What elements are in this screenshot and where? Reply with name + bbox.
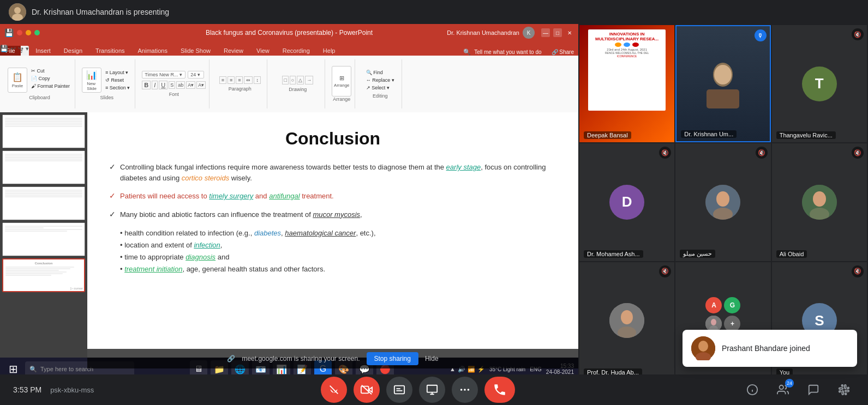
slide-thumb-9[interactable]: 9: [2, 114, 85, 148]
captions-btn[interactable]: [386, 377, 412, 403]
avatar-thangavelu: T: [802, 67, 837, 101]
presenter-avatar: [9, 3, 26, 21]
slide-bullets: • health condition related to infection …: [120, 227, 556, 275]
ribbon-group-paragraph: ≡ ≡ ≡ ⇔ ↕ Paragraph: [213, 59, 267, 108]
replace-btn[interactable]: ↔ Replace ▾: [364, 77, 396, 83]
svg-point-10: [813, 191, 826, 207]
slide-thumb-11[interactable]: 11: [2, 186, 85, 220]
others-avatar-2: G: [724, 297, 740, 313]
slide-text-3: Many biotic and abiotic factors can infl…: [120, 209, 362, 220]
svg-line-18: [330, 386, 338, 394]
camera-btn[interactable]: [354, 377, 380, 403]
tab-design[interactable]: Design: [57, 46, 89, 56]
svg-point-26: [460, 389, 462, 391]
ppt-content: 9 10: [0, 112, 578, 368]
sharing-text: meet.google.com is sharing your screen.: [242, 355, 360, 362]
slide-thumb-12[interactable]: 12: [2, 222, 85, 256]
others-avatar-1: A: [705, 297, 722, 313]
ppt-ribbon: Home File Insert Design Transitions Anim…: [0, 41, 578, 112]
copy-btn[interactable]: 📄 Copy: [29, 75, 71, 82]
slide-thumb-10[interactable]: 10: [2, 150, 85, 184]
ribbon-group-clipboard: 📋 Paste ✂ Cut 📄 Copy 🖌 Format Painter Cl…: [4, 59, 75, 108]
svg-point-7: [716, 191, 729, 207]
slide-point-3: ✓ Many biotic and abiotic factors can in…: [109, 209, 556, 220]
new-slide-btn[interactable]: 📊 NewSlide: [82, 68, 101, 93]
find-btn[interactable]: 🔍 Find: [364, 69, 396, 76]
ribbon-group-drawing: □ ○ △ → Drawing: [271, 59, 325, 108]
participant-tile-hussain: 🔇 حسين مبيلو: [675, 143, 770, 261]
tile-name-krishnan: Dr. Krishnan Um...: [681, 130, 737, 138]
select-btn[interactable]: ↗ Select ▾: [364, 84, 396, 91]
ppt-titlebar: 💾 Black fungus and Coronavirus (presenta…: [0, 24, 578, 41]
tab-recording[interactable]: Recording: [276, 46, 316, 56]
close-btn[interactable]: ✕: [565, 28, 574, 37]
ribbon-group-font: Times New R... ▾ 24 ▾ B I U S ab A▾ A▾: [139, 59, 209, 108]
participant-tile-prof-huda: 🔇 Prof. Dr. Huda Ab...: [579, 262, 674, 379]
mute-icon-ali: 🔇: [852, 147, 864, 159]
tab-slideshow[interactable]: Slide Show: [174, 46, 217, 56]
format-painter-btn[interactable]: 🖌 Format Painter: [29, 83, 71, 89]
stop-sharing-btn[interactable]: Stop sharing: [367, 352, 418, 365]
ribbon-tabs: Home File Insert Design Transitions Anim…: [0, 41, 578, 56]
info-btn[interactable]: [741, 379, 763, 401]
paste-btn[interactable]: 📋 Paste: [8, 68, 27, 93]
presenter-text: Dr. Krishnan Umachandran is presenting: [32, 8, 169, 16]
tab-help[interactable]: Help: [316, 46, 342, 56]
tab-insert[interactable]: Insert: [29, 46, 57, 56]
bottom-center: [321, 377, 515, 403]
mute-icon-prof-huda: 🔇: [659, 265, 671, 277]
meeting-id: psk-xbku-mss: [50, 386, 94, 394]
tab-transitions[interactable]: Transitions: [89, 46, 131, 56]
svg-rect-25: [427, 385, 436, 392]
svg-point-16: [711, 319, 716, 325]
svg-point-5: [714, 65, 732, 84]
present-btn[interactable]: [419, 377, 445, 403]
tile-name-deepak: Deepak Bansal: [584, 131, 631, 139]
avatar-ali: [802, 185, 837, 220]
main-layout: 💾 Black fungus and Coronavirus (presenta…: [0, 24, 868, 380]
participant-tile-ali: 🔇 Ali Obaid: [772, 143, 867, 261]
activities-btn[interactable]: [833, 379, 855, 401]
sharing-icon: 🔗: [227, 355, 235, 362]
ppt-area: 💾 Black fungus and Coronavirus (presenta…: [0, 24, 578, 380]
svg-rect-20: [361, 386, 369, 394]
bottom-left: 3:53 PM psk-xbku-mss: [13, 385, 94, 394]
speaking-icon-krishnan: 🎙: [755, 29, 767, 41]
tab-review[interactable]: Review: [217, 46, 250, 56]
mute-icon-thangavelu: 🔇: [852, 28, 864, 40]
svg-point-32: [780, 385, 783, 389]
slide-panel[interactable]: 9 10: [0, 112, 87, 368]
slide-point-1: ✓ Controlling black fungal infections re…: [109, 162, 556, 183]
mute-btn[interactable]: [321, 377, 347, 403]
svg-point-14: [618, 327, 636, 338]
section-btn[interactable]: ≡ Section ▾: [104, 84, 131, 91]
checkmark-3: ✓: [109, 210, 116, 219]
tile-name-thangavelu: Thangavelu Ravic...: [776, 131, 836, 139]
tab-view[interactable]: View: [250, 46, 276, 56]
participants-panel: INNOVATIONS IN MULTIDISCIPLINARY RESEA..…: [578, 24, 868, 380]
top-bar: Dr. Krishnan Umachandran is presenting: [0, 0, 868, 24]
reset-btn[interactable]: ↺ Reset: [104, 77, 131, 83]
end-call-btn[interactable]: [484, 377, 515, 403]
participants-btn[interactable]: 24: [772, 379, 794, 401]
slide-thumb-13[interactable]: 13 Conclusion ▷ cursor: [2, 258, 85, 292]
cut-btn[interactable]: ✂ Cut: [29, 68, 71, 74]
mute-icon-you: 🔇: [852, 265, 864, 277]
hide-btn[interactable]: Hide: [425, 355, 439, 362]
ppt-title: Black fungus and Coronavirus (presentabl…: [206, 29, 373, 37]
layout-btn[interactable]: ≡ Layout ▾: [104, 69, 131, 76]
slide-text-1: Controlling black fungal infections requ…: [120, 162, 556, 183]
participant-tile-dr-mohamed: D 🔇 Dr. Mohamed Ash...: [579, 143, 674, 261]
sharing-bar: 🔗 meet.google.com is sharing your screen…: [87, 349, 578, 368]
tile-name-hussain: حسين مبيلو: [680, 250, 715, 258]
svg-rect-4: [707, 89, 739, 108]
maximize-btn[interactable]: □: [553, 28, 562, 37]
window-controls[interactable]: — □ ✕: [541, 28, 574, 37]
participant-tile-thangavelu: T 🔇 Thangavelu Ravic...: [772, 25, 867, 142]
minimize-btn[interactable]: —: [541, 28, 550, 37]
tab-animations[interactable]: Animations: [131, 46, 174, 56]
more-options-btn[interactable]: [452, 377, 478, 403]
arrange-btn[interactable]: ⊞ Arrange: [332, 66, 351, 96]
avatar-dr-mohamed: D: [609, 185, 644, 220]
chat-btn[interactable]: [803, 379, 824, 401]
